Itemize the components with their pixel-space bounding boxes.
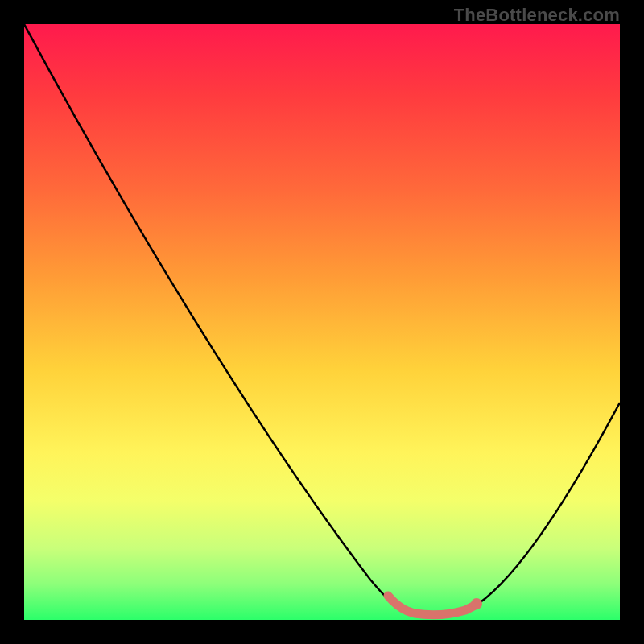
chart-svg — [24, 24, 620, 620]
highlight-end-dot — [471, 598, 482, 609]
chart-frame: TheBottleneck.com — [0, 0, 644, 644]
watermark-text: TheBottleneck.com — [454, 5, 620, 26]
highlight-segment — [388, 596, 475, 615]
bottleneck-curve — [24, 24, 620, 615]
chart-plot-area — [24, 24, 620, 620]
